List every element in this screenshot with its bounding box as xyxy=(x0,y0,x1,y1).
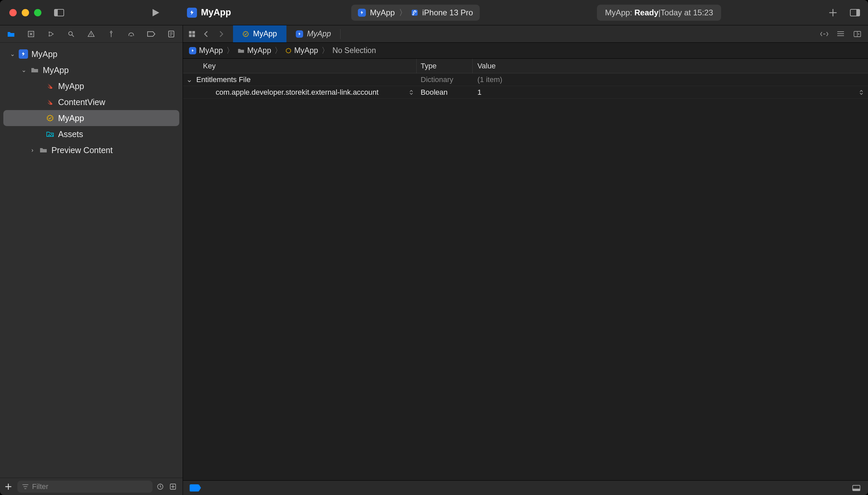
stepper-icon[interactable] xyxy=(409,89,413,96)
plist-header-row: Key Type Value xyxy=(183,59,868,73)
svg-rect-4 xyxy=(856,9,859,16)
review-icon[interactable] xyxy=(820,31,829,37)
swift-icon xyxy=(45,97,55,107)
status-state: Ready xyxy=(634,8,658,17)
window-controls xyxy=(0,9,42,16)
tree-file-entitlements[interactable]: › MyApp xyxy=(3,110,179,126)
plist-type[interactable]: Boolean xyxy=(416,88,473,97)
chevron-right-icon: 〉 xyxy=(275,45,282,56)
library-icon[interactable] xyxy=(850,8,860,18)
issue-navigator-tab[interactable] xyxy=(86,29,96,39)
tree-file-label: Preview Content xyxy=(51,146,113,155)
stepper-icon[interactable] xyxy=(859,89,863,96)
navigator-footer: Filter xyxy=(0,478,183,495)
report-navigator-tab[interactable] xyxy=(166,29,176,39)
column-header-key[interactable]: Key xyxy=(183,59,416,73)
assets-icon xyxy=(45,130,55,139)
filter-placeholder: Filter xyxy=(32,482,48,491)
entitlements-icon xyxy=(242,31,249,37)
minimize-window-button[interactable] xyxy=(22,9,29,16)
project-name-label: MyApp xyxy=(201,7,231,18)
plist-root-value: (1 item) xyxy=(473,75,868,84)
source-control-navigator-tab[interactable] xyxy=(26,29,36,39)
tree-file-label: MyApp xyxy=(58,114,84,123)
plist-value[interactable]: 1 xyxy=(477,88,481,97)
file-tree: ⌄ MyApp ⌄ MyApp › xyxy=(0,43,183,478)
recent-filter-icon[interactable] xyxy=(157,483,165,490)
hammer-icon xyxy=(411,9,418,16)
breakpoint-toggle[interactable] xyxy=(190,484,201,492)
add-button[interactable] xyxy=(828,8,838,18)
back-button[interactable] xyxy=(204,31,212,37)
status-time: Today at 15:23 xyxy=(661,8,713,17)
filter-icon xyxy=(22,484,29,489)
tree-file-label: ContentView xyxy=(58,97,105,107)
svg-rect-17 xyxy=(192,34,195,37)
related-items-icon[interactable] xyxy=(188,30,197,38)
find-navigator-tab[interactable] xyxy=(66,29,76,39)
toggle-debug-area-icon[interactable] xyxy=(852,485,861,491)
toggle-navigator-icon[interactable] xyxy=(54,8,64,18)
breakpoint-navigator-tab[interactable] xyxy=(146,29,156,39)
filter-field[interactable]: Filter xyxy=(17,481,152,493)
plist-root-type: Dictionary xyxy=(416,75,473,84)
tree-project-label: MyApp xyxy=(31,49,58,59)
tree-file-label: Assets xyxy=(58,130,83,139)
test-navigator-tab[interactable] xyxy=(106,29,116,39)
svg-rect-14 xyxy=(189,31,192,34)
scm-filter-icon[interactable] xyxy=(169,483,178,490)
tab-separator xyxy=(340,29,341,39)
svg-rect-15 xyxy=(192,31,195,34)
chevron-down-icon: ⌄ xyxy=(9,50,15,58)
chevron-right-icon: › xyxy=(29,147,35,154)
tree-group-row[interactable]: ⌄ MyApp xyxy=(3,62,179,78)
close-window-button[interactable] xyxy=(9,9,17,16)
tree-file-assets[interactable]: › Assets xyxy=(3,126,179,142)
jump-bar[interactable]: MyApp 〉 MyApp 〉 MyApp 〉 No Select xyxy=(183,43,868,59)
column-header-value[interactable]: Value xyxy=(473,59,868,73)
svg-rect-20 xyxy=(853,489,860,491)
jumpbar-seg-3: No Selection xyxy=(332,46,376,55)
tree-project-row[interactable]: ⌄ MyApp xyxy=(3,46,179,62)
tab-label: MyApp xyxy=(253,29,277,38)
forward-button[interactable] xyxy=(219,31,228,37)
plist-root-row[interactable]: ⌄ Entitlements File Dictionary (1 item) xyxy=(183,73,868,86)
tree-file-contentview[interactable]: › ContentView xyxy=(3,94,179,110)
activity-status[interactable]: MyApp: Ready | Today at 15:23 xyxy=(597,5,721,21)
project-navigator-tab[interactable] xyxy=(6,29,16,39)
project-title: MyApp xyxy=(187,7,231,18)
tree-file-swift-app[interactable]: › MyApp xyxy=(3,78,179,94)
tab-project[interactable]: MyApp xyxy=(286,25,341,42)
entitlements-icon xyxy=(45,114,55,123)
jumpbar-seg-0: MyApp xyxy=(199,46,223,55)
entitlements-icon xyxy=(285,48,292,54)
scheme-name: MyApp xyxy=(370,8,395,17)
chevron-down-icon[interactable]: ⌄ xyxy=(186,75,193,84)
zoom-window-button[interactable] xyxy=(34,9,42,16)
debug-bar xyxy=(183,480,868,495)
run-button[interactable] xyxy=(151,8,161,18)
tree-folder-preview[interactable]: › Preview Content xyxy=(3,142,179,158)
plist-row[interactable]: › com.apple.developer.storekit.external-… xyxy=(183,86,868,99)
editor-pane: MyApp MyApp xyxy=(183,25,868,495)
column-header-type[interactable]: Type xyxy=(416,59,473,73)
chevron-right-icon: 〉 xyxy=(322,45,329,56)
navigator-pane: ⌄ MyApp ⌄ MyApp › xyxy=(0,25,183,495)
debug-navigator-tab[interactable] xyxy=(126,29,136,39)
project-icon xyxy=(19,49,28,59)
add-editor-icon[interactable] xyxy=(853,31,862,37)
adjust-editor-icon[interactable] xyxy=(837,31,845,37)
symbol-navigator-tab[interactable] xyxy=(46,29,56,39)
plist-root-key: Entitlements File xyxy=(196,75,251,84)
destination-name: iPhone 13 Pro xyxy=(422,8,473,17)
chevron-right-icon: 〉 xyxy=(399,7,407,18)
tree-group-label: MyApp xyxy=(43,65,69,75)
svg-point-6 xyxy=(49,31,50,33)
jumpbar-seg-2: MyApp xyxy=(294,46,318,55)
add-file-button[interactable] xyxy=(5,483,13,490)
tab-entitlements[interactable]: MyApp xyxy=(233,25,286,42)
scheme-selector[interactable]: MyApp 〉 iPhone 13 Pro xyxy=(351,5,480,21)
chevron-right-icon: 〉 xyxy=(226,45,234,56)
svg-rect-1 xyxy=(54,9,58,16)
project-icon xyxy=(189,47,196,54)
